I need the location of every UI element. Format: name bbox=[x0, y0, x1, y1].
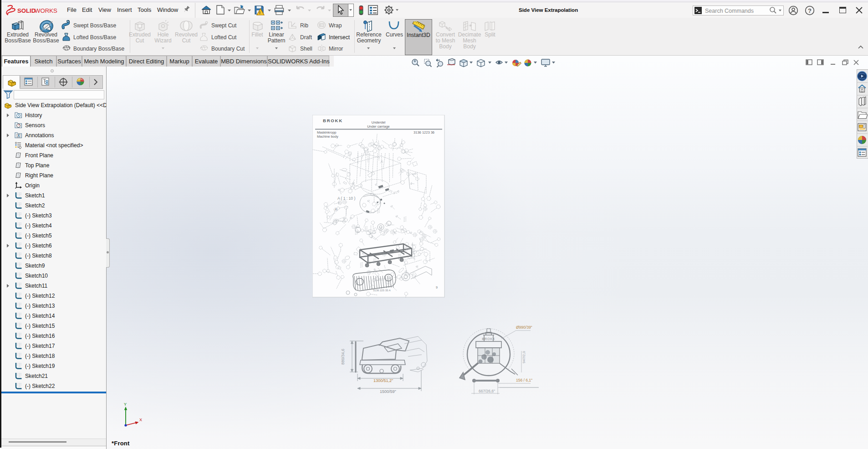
svg-text:1500/59": 1500/59" bbox=[380, 389, 396, 394]
svg-text:!: ! bbox=[259, 10, 260, 15]
svg-text:BROKK: BROKK bbox=[323, 118, 343, 123]
svg-text:X: X bbox=[139, 418, 142, 422]
svg-text:?: ? bbox=[808, 7, 812, 14]
svg-text:A: A bbox=[335, 207, 337, 212]
svg-text:3136 1223 36: 3136 1223 36 bbox=[414, 130, 434, 134]
svg-text:1300/51,2": 1300/51,2" bbox=[373, 378, 393, 383]
svg-text:Under carriage: Under carriage bbox=[367, 124, 390, 129]
svg-text:BROKK: BROKK bbox=[482, 337, 495, 341]
svg-text:WORKS: WORKS bbox=[35, 7, 57, 14]
svg-text:947/2,0: 947/2,0 bbox=[522, 351, 526, 363]
svg-text:Underdel: Underdel bbox=[372, 120, 386, 124]
svg-text:156 / 6,1": 156 / 6,1" bbox=[516, 378, 532, 382]
svg-text:A ( 1 : 10 ): A ( 1 : 10 ) bbox=[337, 196, 355, 201]
svg-text:Ø990/39": Ø990/39" bbox=[516, 325, 532, 330]
svg-text:SOLID: SOLID bbox=[17, 7, 36, 14]
svg-text:880/34,6: 880/34,6 bbox=[341, 349, 345, 365]
svg-text:3136 225 35 A: 3136 225 35 A bbox=[373, 289, 391, 292]
svg-text:9: 9 bbox=[436, 286, 438, 289]
svg-text:Y: Y bbox=[124, 402, 127, 407]
svg-text:Maskinkropp: Maskinkropp bbox=[317, 130, 337, 134]
svg-text:667/26,6": 667/26,6" bbox=[479, 389, 495, 393]
svg-text:Machine body: Machine body bbox=[317, 134, 338, 139]
